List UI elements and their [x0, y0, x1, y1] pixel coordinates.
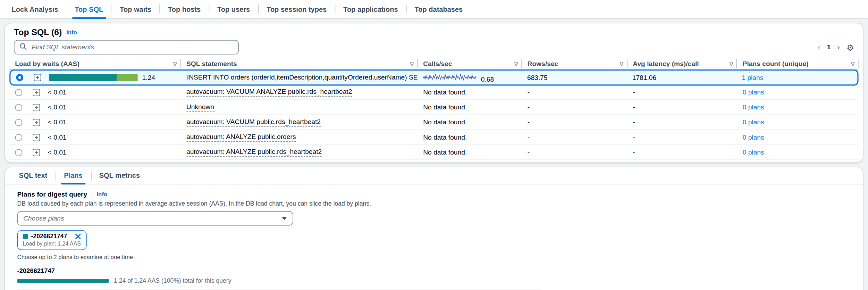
column-header-latency[interactable]: Avg latency (ms)/call▽ [627, 58, 737, 69]
tab-top-databases[interactable]: Top databases [406, 0, 471, 18]
calls-value: No data found. [423, 88, 467, 96]
row-radio[interactable] [15, 149, 22, 156]
expand-row-icon[interactable] [33, 134, 40, 141]
tab-top-hosts[interactable]: Top hosts [160, 0, 209, 18]
load-value: < 0.01 [48, 133, 67, 141]
plans-link[interactable]: 0 plans [743, 88, 764, 96]
filter-icon[interactable]: ▽ [851, 61, 854, 66]
plans-link[interactable]: 0 plans [743, 103, 764, 111]
info-link[interactable]: Info [66, 29, 77, 35]
avg-latency-value: - [633, 133, 635, 141]
tab-label: Plans [64, 172, 82, 179]
avg-latency-value: - [633, 88, 635, 96]
table-row[interactable]: < 0.01 autovacuum: ANALYZE public.orders… [9, 130, 858, 145]
plan-token-load: Load by plan: 1.24 AAS [23, 241, 81, 247]
row-radio[interactable] [15, 119, 22, 126]
table-header-row: Load by waits (AAS)▽ SQL statements▽ Cal… [9, 58, 858, 70]
tab-label: Top users [217, 5, 250, 13]
expand-row-icon[interactable] [33, 119, 40, 126]
filter-icon[interactable]: ▽ [730, 61, 733, 66]
search-input[interactable] [31, 43, 233, 52]
calls-sparkline [423, 72, 476, 81]
column-header-load[interactable]: Load by waits (AAS)▽ [9, 58, 181, 69]
expand-row-icon[interactable] [33, 103, 40, 111]
row-radio[interactable] [15, 134, 22, 141]
sql-statement[interactable]: Unknown [186, 103, 214, 112]
column-header-calls[interactable]: Calls/sec▽ [418, 58, 522, 69]
plans-link[interactable]: 0 plans [743, 133, 764, 141]
plan-color-swatch [23, 234, 28, 239]
rows-per-sec-value: - [528, 88, 530, 96]
tab-plans[interactable]: Plans [56, 167, 91, 184]
calls-value: No data found. [423, 118, 467, 126]
plan-load-summary: 1.24 of 1.24 AAS (100%) total for this q… [114, 277, 231, 284]
expand-row-icon[interactable] [34, 74, 41, 81]
next-page-icon[interactable]: › [837, 43, 840, 51]
tab-sql-metrics[interactable]: SQL metrics [91, 167, 148, 184]
plans-link[interactable]: 1 plans [742, 74, 763, 81]
sql-statement[interactable]: autovacuum: VACUUM ANALYZE public.rds_he… [186, 88, 352, 97]
avg-latency-value: - [633, 103, 635, 111]
rows-per-sec-value: - [528, 103, 530, 111]
rows-per-sec-value: - [528, 133, 530, 141]
calls-value: No data found. [423, 148, 467, 156]
tab-lock-analysis[interactable]: Lock Analysis [3, 0, 67, 18]
selected-plan-token: -2026621747 Load by plan: 1.24 AAS [17, 230, 87, 250]
tab-label: Top applications [343, 5, 398, 13]
sql-statement[interactable]: INSERT INTO orders (orderId,itemDescript… [187, 73, 418, 82]
tab-sql-text[interactable]: SQL text [10, 167, 56, 184]
result-count: (6) [51, 27, 62, 36]
tab-top-session-types[interactable]: Top session types [258, 0, 335, 18]
column-header-plans[interactable]: Plans count (unique)▽ [737, 58, 859, 69]
rows-per-sec-value: - [528, 148, 530, 156]
plans-tab-content: Plans for digest query Info DB load caus… [5, 184, 863, 290]
tab-top-sql[interactable]: Top SQL [66, 0, 111, 18]
info-link[interactable]: Info [96, 191, 107, 197]
expand-row-icon[interactable] [33, 89, 40, 96]
sql-statement[interactable]: autovacuum: ANALYZE public.orders [186, 133, 296, 142]
plans-description: DB load caused by each plan is represent… [17, 200, 863, 207]
table-toolbar: ‹ 1 › ⚙ [5, 37, 863, 58]
tab-label: Top SQL [75, 5, 103, 13]
panel-title: Top SQL (6) [14, 27, 62, 37]
sql-statement[interactable]: autovacuum: ANALYZE public.rds_heartbeat… [186, 148, 322, 157]
close-icon[interactable] [75, 233, 81, 239]
choose-plans-dropdown[interactable]: Choose plans [17, 211, 293, 226]
row-radio[interactable] [16, 74, 23, 81]
gear-icon[interactable]: ⚙ [846, 43, 854, 51]
performance-insights-top-sql-page: Lock Analysis Top SQL Top waits Top host… [0, 0, 868, 290]
filter-icon[interactable]: ▽ [620, 61, 623, 66]
chevron-down-icon [281, 217, 287, 220]
plans-link[interactable]: 0 plans [743, 118, 764, 126]
sql-detail-panel: SQL text Plans SQL metrics Plans for dig… [5, 167, 863, 290]
previous-page-icon[interactable]: ‹ [818, 43, 820, 51]
row-radio[interactable] [15, 89, 22, 96]
tab-top-users[interactable]: Top users [209, 0, 258, 18]
page-number[interactable]: 1 [827, 44, 831, 50]
table-row[interactable]: < 0.01 autovacuum: VACUUM public.rds_hea… [9, 115, 858, 130]
column-header-rows[interactable]: Rows/sec▽ [522, 58, 627, 69]
tab-label: Top waits [120, 5, 151, 13]
tab-label: Lock Analysis [12, 5, 58, 13]
calls-value: No data found. [423, 133, 467, 141]
tab-label: SQL metrics [99, 172, 140, 179]
expand-row-icon[interactable] [33, 149, 40, 156]
column-header-sql[interactable]: SQL statements▽ [181, 58, 418, 69]
filter-icon[interactable]: ▽ [410, 61, 414, 66]
tab-top-waits[interactable]: Top waits [111, 0, 160, 18]
table-row[interactable]: < 0.01 autovacuum: ANALYZE public.rds_he… [9, 145, 858, 160]
filter-icon[interactable]: ▽ [514, 61, 518, 66]
table-row[interactable]: < 0.01 Unknown No data found. - - 0 plan… [9, 100, 858, 115]
tab-top-applications[interactable]: Top applications [335, 0, 406, 18]
table-row[interactable]: < 0.01 autovacuum: VACUUM ANALYZE public… [9, 85, 858, 100]
dropdown-placeholder: Choose plans [23, 215, 64, 222]
sql-search-box[interactable] [14, 40, 239, 55]
table-row-selected[interactable]: 1.24 INSERT INTO orders (orderId,itemDes… [9, 69, 858, 85]
sql-statement[interactable]: autovacuum: VACUUM public.rds_heartbeat2 [186, 118, 321, 127]
row-radio[interactable] [15, 103, 22, 111]
filter-icon[interactable]: ▽ [173, 61, 177, 66]
plans-link[interactable]: 0 plans [743, 148, 764, 156]
search-icon [19, 42, 27, 52]
calls-value: 0.68 [481, 75, 494, 83]
rows-per-sec-value: 683.75 [527, 74, 548, 81]
